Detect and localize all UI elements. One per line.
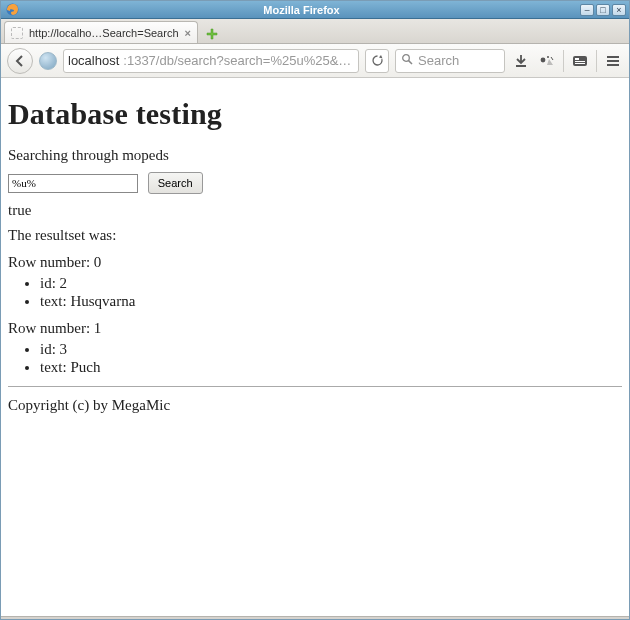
site-identity-icon[interactable] xyxy=(39,52,57,70)
url-bar[interactable]: localhost :1337/db/search?search=%25u%25… xyxy=(63,49,359,73)
close-window-button[interactable]: × xyxy=(612,4,626,16)
downloads-button[interactable] xyxy=(511,51,531,71)
list-item: id: 2 xyxy=(40,275,622,292)
maximize-button[interactable]: □ xyxy=(596,4,610,16)
tab-label: http://localho…Search=Search xyxy=(29,27,179,39)
svg-line-2 xyxy=(409,61,412,64)
menu-button[interactable] xyxy=(603,51,623,71)
new-tab-button[interactable] xyxy=(202,25,222,43)
toolbar-divider xyxy=(596,50,597,72)
page-title: Database testing xyxy=(8,97,622,131)
list-item: id: 3 xyxy=(40,341,622,358)
search-bar[interactable]: Search xyxy=(395,49,505,73)
back-button[interactable] xyxy=(7,48,33,74)
search-placeholder: Search xyxy=(418,53,459,68)
result-bool: true xyxy=(8,202,622,219)
horizontal-rule xyxy=(8,386,622,387)
svg-rect-9 xyxy=(575,63,585,64)
search-icon xyxy=(401,53,413,68)
window-title: Mozilla Firefox xyxy=(23,4,580,16)
list-item: text: Husqvarna xyxy=(40,293,622,310)
tab-strip: http://localho…Search=Search × xyxy=(1,19,629,44)
search-input[interactable] xyxy=(8,174,138,193)
svg-rect-7 xyxy=(575,58,579,60)
url-path: :1337/db/search?search=%25u%25&doSearch=… xyxy=(123,53,354,68)
svg-point-4 xyxy=(541,57,546,62)
page-subtitle: Searching through mopeds xyxy=(8,147,622,164)
result-row: Row number: 1 id: 3 text: Puch xyxy=(8,320,622,376)
row-fields: id: 2 text: Husqvarna xyxy=(8,275,622,310)
svg-rect-12 xyxy=(607,64,619,66)
minimize-button[interactable]: ‒ xyxy=(580,4,594,16)
browser-tab[interactable]: http://localho…Search=Search × xyxy=(4,21,198,43)
resultset-label: The resultset was: xyxy=(8,227,622,244)
extension-button[interactable] xyxy=(537,51,557,71)
list-item: text: Puch xyxy=(40,359,622,376)
url-host: localhost xyxy=(68,53,119,68)
navigation-toolbar: localhost :1337/db/search?search=%25u%25… xyxy=(1,44,629,78)
svg-rect-3 xyxy=(516,65,526,67)
svg-rect-8 xyxy=(575,61,585,62)
footer-text: Copyright (c) by MegaMic xyxy=(8,397,622,414)
row-fields: id: 3 text: Puch xyxy=(8,341,622,376)
row-label: Row number: 0 xyxy=(8,254,101,270)
bookmarks-button[interactable] xyxy=(570,51,590,71)
reload-button[interactable] xyxy=(365,49,389,73)
close-tab-icon[interactable]: × xyxy=(185,27,191,39)
status-bar xyxy=(1,616,629,619)
svg-rect-11 xyxy=(607,60,619,62)
page-icon xyxy=(11,27,23,39)
search-button[interactable]: Search xyxy=(148,172,203,194)
svg-point-1 xyxy=(403,55,410,62)
toolbar-divider xyxy=(563,50,564,72)
svg-point-5 xyxy=(547,56,549,58)
browser-window: Mozilla Firefox ‒ □ × http://localho…Sea… xyxy=(0,0,630,620)
svg-rect-10 xyxy=(607,56,619,58)
firefox-icon xyxy=(5,3,19,17)
page-content: Database testing Searching through moped… xyxy=(1,78,629,616)
row-label: Row number: 1 xyxy=(8,320,101,336)
result-row: Row number: 0 id: 2 text: Husqvarna xyxy=(8,254,622,310)
window-titlebar: Mozilla Firefox ‒ □ × xyxy=(1,1,629,19)
